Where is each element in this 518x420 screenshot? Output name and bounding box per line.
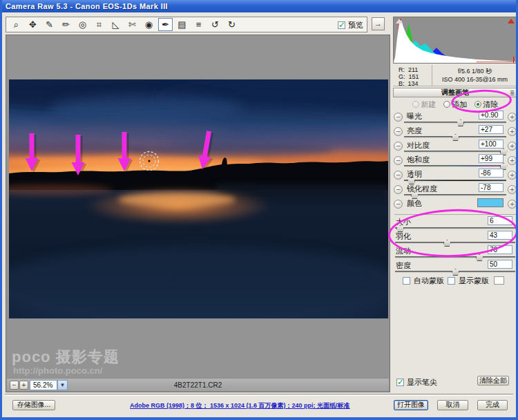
preview-checkbox[interactable]	[338, 21, 345, 29]
brightness-decrease-button[interactable]: −	[394, 127, 403, 136]
brightness-value[interactable]: +27	[479, 125, 503, 134]
color-sampler-tool[interactable]: ✏	[59, 18, 73, 31]
brightness-track[interactable]	[404, 136, 506, 138]
sharpness-increase-button[interactable]: +	[508, 185, 517, 194]
slider-size: 大小6	[394, 216, 517, 231]
title-bar[interactable]: Camera Raw 5.3 - Canon EOS-1Ds Mark III	[0, 0, 518, 12]
color-increase-button[interactable]: +	[508, 200, 517, 209]
exposure-increase-button[interactable]: +	[508, 113, 517, 122]
mode-erase-radio[interactable]	[474, 101, 481, 108]
done-button[interactable]: 完成	[477, 400, 508, 410]
adjustment-brush-tool[interactable]: ✒	[158, 18, 173, 31]
sharpness-decrease-button[interactable]: −	[394, 185, 403, 194]
exif-aperture-shutter: f/5.6 1/80 秒	[432, 67, 517, 75]
clarity-decrease-button[interactable]: −	[394, 171, 403, 180]
fullscreen-toggle-button[interactable]: →	[372, 17, 385, 30]
slider-flow: 流动70	[394, 245, 517, 260]
exposure-value[interactable]: +0.90	[479, 111, 503, 120]
mode-erase[interactable]: 清除	[474, 99, 499, 110]
clarity-track[interactable]	[404, 180, 506, 182]
workflow-options-link[interactable]: Adobe RGB (1998)；8 位； 1536 x 1024 (1.6 百…	[130, 401, 337, 410]
spot-removal-tool[interactable]: ✄	[125, 18, 140, 31]
feather-label: 羽化	[396, 231, 411, 242]
density-track[interactable]	[395, 271, 515, 273]
zoom-in-button[interactable]: +	[19, 381, 28, 390]
auto-mask-label: 自动蒙版	[414, 276, 444, 286]
white-balance-tool[interactable]: ✎	[42, 18, 57, 31]
mode-new[interactable]: 新建	[412, 99, 437, 110]
slider-feather: 羽化43	[394, 231, 517, 245]
color-decrease-button[interactable]: −	[394, 200, 403, 209]
mask-color-swatch[interactable]	[494, 276, 504, 285]
highlight-clipping-icon[interactable]	[508, 19, 515, 23]
show-tip-checkbox[interactable]	[396, 379, 404, 386]
color-swatch[interactable]	[477, 198, 503, 207]
saturation-increase-button[interactable]: +	[508, 156, 517, 165]
density-value[interactable]: 50	[488, 260, 512, 269]
contrast-decrease-button[interactable]: −	[394, 142, 403, 151]
exposure-decrease-button[interactable]: −	[394, 113, 403, 122]
targeted-adjustment-tool[interactable]: ◎	[75, 18, 90, 31]
clear-all-button[interactable]: 清除全部	[477, 376, 509, 385]
contrast-track[interactable]	[404, 151, 506, 153]
feather-track[interactable]	[395, 242, 515, 244]
mode-new-label: 新建	[421, 99, 437, 110]
slider-density: 密度50	[394, 260, 517, 274]
image-info: R: 211 G: 151 B: 134 f/5.6 1/80 秒 ISO 40…	[393, 65, 517, 86]
hand-tool[interactable]: ✥	[26, 18, 40, 31]
sharpness-value[interactable]: -78	[479, 183, 503, 192]
panel-divider	[394, 212, 516, 215]
preview-toggle[interactable]: 预览	[338, 20, 363, 30]
zoom-out-button[interactable]: −	[10, 381, 19, 390]
window-title: Camera Raw 5.3 - Canon EOS-1Ds Mark III	[6, 2, 168, 10]
straighten-tool[interactable]: ◺	[108, 18, 123, 31]
flow-value[interactable]: 70	[488, 245, 512, 254]
image-canvas[interactable]: poco 摄影专题 http://photo.poco.cn/ 4B2T22T1…	[6, 35, 390, 392]
zoom-tool[interactable]: ⌕	[9, 18, 23, 31]
zoom-level-field[interactable]: 56.2%	[30, 380, 57, 390]
preferences-tool[interactable]: ≡	[191, 18, 206, 31]
size-value[interactable]: 6	[488, 216, 512, 225]
auto-mask-checkbox[interactable]	[403, 277, 410, 285]
save-image-button[interactable]: 存储图像...	[12, 400, 55, 410]
feather-value[interactable]: 43	[488, 231, 512, 240]
histogram-plot	[394, 17, 517, 63]
poco-watermark-title: poco 摄影专题	[12, 347, 119, 368]
zoom-level-dropdown[interactable]: ▼	[57, 380, 68, 390]
graduated-filter-tool[interactable]: ▤	[175, 18, 189, 31]
red-eye-tool[interactable]: ◉	[142, 18, 156, 31]
exposure-track[interactable]	[404, 122, 506, 124]
photo[interactable]	[9, 79, 388, 318]
density-thumb[interactable]	[452, 269, 459, 276]
slider-clarity: −+透明-86	[394, 169, 517, 183]
mode-new-radio[interactable]	[412, 101, 419, 108]
rotate-cw-tool[interactable]: ↻	[224, 18, 239, 31]
contrast-increase-button[interactable]: +	[508, 142, 517, 151]
histogram[interactable]	[393, 17, 517, 64]
status-strip: 4B2T22T1.CR2 − + 56.2% ▼	[7, 378, 389, 391]
shadow-clipping-icon[interactable]	[396, 19, 403, 23]
slider-exposure: −+曝光+0.90	[394, 111, 517, 125]
mode-add-radio[interactable]	[443, 101, 450, 108]
saturation-value[interactable]: +99	[479, 154, 503, 163]
cancel-button[interactable]: 取消	[437, 400, 468, 410]
panel-menu-icon[interactable]: ≣	[510, 89, 515, 97]
size-label: 大小	[396, 217, 411, 227]
show-mask-checkbox[interactable]	[448, 277, 455, 285]
crop-tool[interactable]: ⌗	[92, 18, 106, 31]
clarity-increase-button[interactable]: +	[508, 171, 517, 180]
panel-header: 调整画笔 ≣	[393, 88, 517, 97]
toolbar: ⌕✥✎✏◎⌗◺✄◉✒▤≡↺↻ 预览	[6, 17, 367, 32]
size-track[interactable]	[395, 227, 515, 229]
sharpness-track[interactable]	[404, 194, 506, 196]
mode-add[interactable]: 添加	[443, 99, 468, 110]
open-image-button[interactable]: 打开图像	[394, 400, 428, 410]
clarity-value[interactable]: -86	[479, 169, 503, 178]
rotate-ccw-tool[interactable]: ↺	[208, 18, 222, 31]
contrast-value[interactable]: +100	[479, 140, 503, 149]
flow-track[interactable]	[395, 256, 515, 258]
brightness-increase-button[interactable]: +	[508, 127, 517, 136]
saturation-track[interactable]	[404, 165, 506, 167]
saturation-decrease-button[interactable]: −	[394, 156, 403, 165]
show-tip-label: 显示笔尖	[407, 377, 437, 388]
